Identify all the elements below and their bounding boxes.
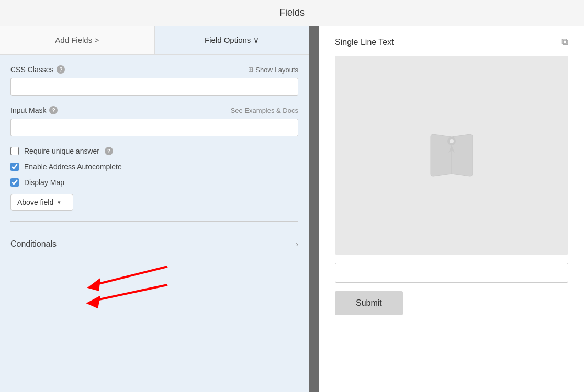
section-divider xyxy=(10,221,298,222)
page-header: Fields xyxy=(0,0,584,26)
input-mask-section: Input Mask ? See Examples & Docs xyxy=(10,106,298,136)
input-mask-label: Input Mask ? xyxy=(10,106,58,114)
show-layouts-link[interactable]: Show Layouts xyxy=(248,66,298,74)
above-field-label: Above field xyxy=(17,198,53,206)
conditionals-label: Conditionals xyxy=(10,239,57,249)
require-unique-help-icon[interactable]: ? xyxy=(105,147,113,155)
map-preview-icon xyxy=(420,126,483,184)
field-options-tab-icon: ∨ xyxy=(253,36,259,44)
enable-address-label[interactable]: Enable Address Autocomplete xyxy=(24,163,122,171)
input-mask-input[interactable] xyxy=(10,119,298,136)
page-title: Fields xyxy=(279,7,305,18)
tabs-container: Add Fields > Field Options ∨ xyxy=(0,26,309,55)
require-unique-row: Require unique answer ? xyxy=(10,147,298,155)
right-panel-header: Single Line Text ⧉ xyxy=(335,37,568,48)
right-panel: Single Line Text ⧉ Submit xyxy=(319,26,584,392)
dropdown-arrow-icon: ▾ xyxy=(58,199,61,206)
require-unique-checkbox[interactable] xyxy=(10,147,19,155)
submit-button[interactable]: Submit xyxy=(335,291,403,315)
above-field-dropdown[interactable]: Above field ▾ xyxy=(10,194,73,211)
display-map-label[interactable]: Display Map xyxy=(24,178,64,187)
map-preview-area xyxy=(335,56,568,255)
svg-point-6 xyxy=(450,139,454,143)
add-fields-tab-label: Add Fields xyxy=(55,36,92,44)
panel-separator xyxy=(309,26,319,392)
right-panel-title: Single Line Text xyxy=(335,38,394,47)
tab-add-fields[interactable]: Add Fields > xyxy=(0,26,155,54)
enable-address-row: Enable Address Autocomplete xyxy=(10,163,298,171)
css-classes-section: CSS Classes ? Show Layouts xyxy=(10,65,298,96)
left-panel: Add Fields > Field Options ∨ CSS Classes… xyxy=(0,26,309,392)
display-map-row: Display Map xyxy=(10,178,298,187)
css-classes-label: CSS Classes ? xyxy=(10,65,65,74)
css-classes-help-icon[interactable]: ? xyxy=(57,65,65,74)
conditionals-chevron-icon: › xyxy=(296,240,298,248)
conditionals-row[interactable]: Conditionals › xyxy=(10,232,298,256)
copy-icon[interactable]: ⧉ xyxy=(561,37,568,48)
display-map-checkbox[interactable] xyxy=(10,178,19,187)
see-examples-link[interactable]: See Examples & Docs xyxy=(231,107,298,114)
input-mask-label-row: Input Mask ? See Examples & Docs xyxy=(10,106,298,114)
main-layout: Add Fields > Field Options ∨ CSS Classes… xyxy=(0,26,584,392)
require-unique-label[interactable]: Require unique answer xyxy=(24,147,99,155)
add-fields-tab-icon: > xyxy=(94,36,99,44)
css-classes-input[interactable] xyxy=(10,78,298,96)
enable-address-checkbox[interactable] xyxy=(10,163,19,171)
tab-field-options[interactable]: Field Options ∨ xyxy=(155,26,309,54)
field-options-tab-label: Field Options xyxy=(205,36,251,44)
text-input-preview[interactable] xyxy=(335,263,568,283)
field-options-content: CSS Classes ? Show Layouts Input Mask ? xyxy=(0,55,309,392)
css-classes-label-row: CSS Classes ? Show Layouts xyxy=(10,65,298,74)
input-mask-help-icon[interactable]: ? xyxy=(49,106,58,114)
